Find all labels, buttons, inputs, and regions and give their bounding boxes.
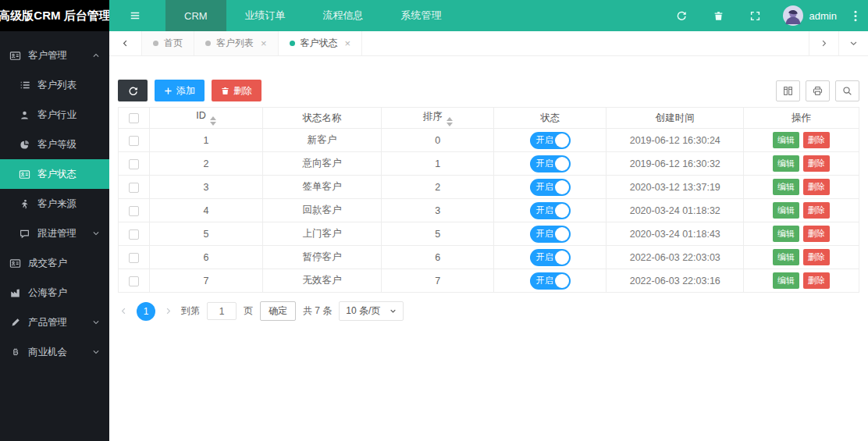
search-button[interactable]	[835, 80, 859, 101]
cell-id: 2	[150, 152, 263, 176]
add-button[interactable]: 添加	[155, 80, 205, 101]
fullscreen-icon	[750, 11, 760, 21]
delete-row-button[interactable]: 删除	[803, 155, 830, 172]
status-toggle[interactable]: 开启	[530, 272, 571, 290]
row-checkbox[interactable]	[129, 276, 139, 286]
print-button[interactable]	[806, 80, 830, 101]
idcard-icon	[9, 50, 21, 62]
delete-row-button[interactable]: 删除	[803, 249, 830, 265]
tab-customer-status[interactable]: 客户状态 ×	[279, 31, 363, 55]
page-size-select[interactable]: 10 条/页	[339, 301, 404, 321]
goto-page-input[interactable]	[207, 302, 237, 320]
column-header-status: 状态	[494, 108, 607, 129]
status-toggle[interactable]: 开启	[530, 179, 571, 196]
delete-row-button[interactable]: 删除	[803, 202, 830, 219]
sort-icon[interactable]	[210, 116, 216, 126]
delete-row-button[interactable]: 删除	[803, 272, 830, 289]
clear-cache-button[interactable]	[700, 0, 737, 31]
cell-name: 签单客户	[263, 176, 382, 199]
nav-item-crm[interactable]: CRM	[165, 0, 226, 31]
tab-dot	[290, 41, 295, 46]
refresh-button[interactable]	[663, 0, 700, 31]
row-checkbox[interactable]	[129, 183, 139, 193]
edit-button[interactable]: 编辑	[773, 226, 799, 242]
sidebar-item-followup-management[interactable]: 跟进管理	[0, 219, 109, 248]
row-checkbox[interactable]	[129, 159, 139, 169]
status-toggle[interactable]: 开启	[530, 226, 571, 243]
sidebar-item-customer-industry[interactable]: 客户行业	[0, 100, 109, 130]
delete-row-button[interactable]: 删除	[803, 179, 830, 195]
sidebar-item-product-management[interactable]: 产品管理	[0, 308, 109, 337]
sidebar-collapse-button[interactable]	[109, 0, 161, 31]
sidebar-item-customer-level[interactable]: 客户等级	[0, 130, 109, 159]
row-checkbox[interactable]	[129, 229, 139, 240]
toolbar: 添加 删除	[118, 80, 859, 101]
chevron-down-icon	[849, 39, 858, 48]
tab-label: 首页	[164, 37, 183, 50]
nav-item-system[interactable]: 系统管理	[382, 0, 461, 31]
edit-button[interactable]: 编辑	[773, 179, 799, 195]
select-all-checkbox[interactable]	[129, 113, 139, 123]
sidebar-item-public-customers[interactable]: 公海客户	[0, 278, 109, 308]
total-count-label: 共 7 条	[303, 304, 332, 318]
tabs-scroll-left-button[interactable]	[109, 31, 142, 55]
edit-button[interactable]: 编辑	[773, 132, 799, 148]
chevron-up-icon	[92, 52, 100, 59]
delete-row-button[interactable]: 删除	[803, 226, 830, 242]
tabs-menu-button[interactable]	[838, 31, 868, 55]
status-toggle[interactable]: 开启	[530, 155, 571, 172]
chevron-down-icon	[92, 318, 100, 326]
status-toggle[interactable]: 开启	[530, 249, 571, 266]
column-header-ops: 操作	[744, 108, 859, 129]
top-nav: CRM 业绩订单 流程信息 系统管理	[109, 0, 868, 31]
goto-confirm-button[interactable]: 确定	[260, 301, 296, 321]
tabs-scroll-right-button[interactable]	[809, 31, 838, 55]
status-toggle[interactable]: 开启	[530, 132, 571, 149]
chevron-down-icon	[92, 348, 100, 356]
current-page-button[interactable]: 1	[137, 302, 155, 321]
kebab-icon	[854, 10, 857, 22]
chevron-down-icon	[92, 229, 100, 237]
tab-customer-list[interactable]: 客户列表 ×	[194, 31, 279, 55]
sort-icon[interactable]	[446, 117, 453, 126]
more-menu-button[interactable]	[846, 0, 868, 31]
close-icon[interactable]: ×	[345, 37, 351, 49]
delete-row-button[interactable]: 删除	[803, 132, 830, 148]
row-checkbox[interactable]	[129, 136, 139, 146]
sidebar-item-business-opportunity[interactable]: 商业机会	[0, 337, 109, 367]
tab-home[interactable]: 首页	[142, 31, 194, 55]
sidebar: 客户管理 客户列表 客户行业 客户等级 客户状态 客户来源 跟进管理	[0, 31, 109, 441]
sidebar-item-label: 客户管理	[28, 49, 67, 62]
edit-button[interactable]: 编辑	[773, 272, 799, 289]
edit-button[interactable]: 编辑	[773, 249, 799, 265]
nav-item-orders[interactable]: 业绩订单	[226, 0, 304, 31]
cell-id: 3	[150, 176, 263, 199]
row-checkbox[interactable]	[129, 253, 139, 263]
column-header-id[interactable]: ID	[150, 108, 263, 129]
sidebar-item-customer-status[interactable]: 客户状态	[0, 159, 109, 189]
filter-columns-button[interactable]	[776, 80, 800, 101]
plus-icon	[164, 87, 173, 95]
close-icon[interactable]: ×	[261, 37, 267, 49]
next-page-button[interactable]	[162, 307, 174, 315]
print-icon	[813, 86, 823, 96]
add-button-label: 添加	[176, 84, 195, 98]
walking-icon	[19, 198, 30, 210]
edit-button[interactable]: 编辑	[773, 155, 799, 172]
sidebar-item-customer-source[interactable]: 客户来源	[0, 189, 109, 219]
fullscreen-button[interactable]	[737, 0, 774, 31]
nav-item-process[interactable]: 流程信息	[304, 0, 382, 31]
sidebar-item-deal-customers[interactable]: 成交客户	[0, 248, 109, 278]
sidebar-item-customer-management[interactable]: 客户管理	[0, 41, 109, 70]
trash-icon	[221, 87, 229, 95]
delete-button[interactable]: 删除	[212, 80, 261, 101]
row-checkbox[interactable]	[129, 206, 139, 216]
edit-button[interactable]: 编辑	[773, 202, 799, 219]
user-menu[interactable]: admin	[774, 5, 846, 26]
refresh-table-button[interactable]	[118, 80, 148, 101]
column-header-sort[interactable]: 排序	[382, 108, 494, 129]
sidebar-item-customer-list[interactable]: 客户列表	[0, 70, 109, 100]
prev-page-button[interactable]	[118, 307, 130, 315]
status-toggle[interactable]: 开启	[530, 202, 571, 219]
cell-created: 2022-06-03 22:03:03	[607, 246, 744, 269]
